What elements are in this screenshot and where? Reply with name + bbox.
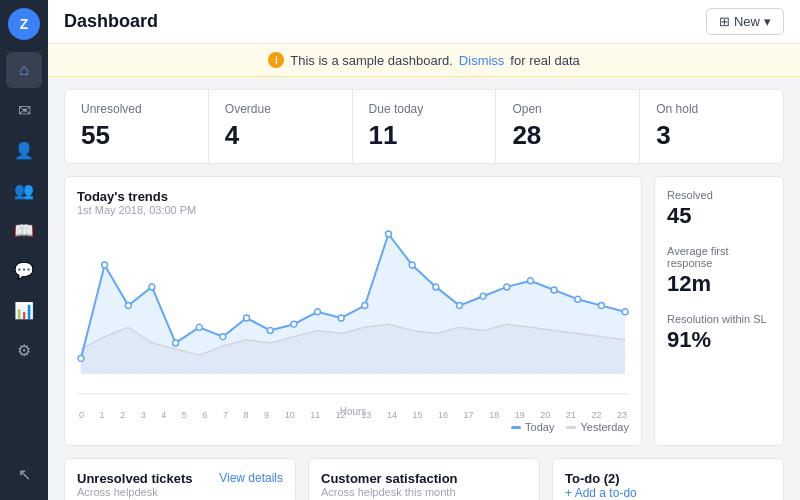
main-content: Dashboard ⊞ New ▾ i This is a sample das… bbox=[48, 0, 800, 500]
stats-row: Unresolved 55 Overdue 4 Due today 11 Ope… bbox=[64, 89, 784, 164]
side-stat-avg-response-value: 12m bbox=[667, 271, 771, 297]
sidebar-item-home[interactable]: ⌂ bbox=[6, 52, 42, 88]
sidebar-item-settings[interactable]: ⚙ bbox=[6, 332, 42, 368]
chart-point-today bbox=[362, 303, 368, 309]
stat-overdue-value: 4 bbox=[225, 120, 336, 151]
sidebar-item-reports[interactable]: 📊 bbox=[6, 292, 42, 328]
sidebar-item-cursor[interactable]: ↖ bbox=[6, 456, 42, 492]
chart-point-today bbox=[575, 296, 581, 302]
chart-point-today bbox=[457, 303, 463, 309]
chart-container: 01234567891011121314151617181920212223 bbox=[77, 224, 629, 404]
stat-due-today-value: 11 bbox=[369, 120, 480, 151]
side-stat-resolved-label: Resolved bbox=[667, 189, 771, 201]
sidebar-item-tickets[interactable]: ✉ bbox=[6, 92, 42, 128]
x-axis-numbers: 01234567891011121314151617181920212223 bbox=[77, 410, 629, 420]
side-stat-avg-response: Average first response 12m bbox=[667, 245, 771, 297]
side-stat-resolved-value: 45 bbox=[667, 203, 771, 229]
stat-on-hold: On hold 3 bbox=[640, 90, 783, 163]
chart-point-today bbox=[338, 315, 344, 321]
cursor-icon: ↖ bbox=[18, 465, 31, 484]
side-stat-resolution-sl: Resolution within SL 91% bbox=[667, 313, 771, 353]
chart-legend: Today Yesterday bbox=[77, 421, 629, 433]
sidebar-item-book[interactable]: 📖 bbox=[6, 212, 42, 248]
side-stat-resolution-sl-value: 91% bbox=[667, 327, 771, 353]
todo-title: To-do (2) bbox=[565, 471, 771, 486]
new-button-icon: ⊞ bbox=[719, 14, 730, 29]
unresolved-tickets-title: Unresolved tickets bbox=[77, 471, 193, 486]
report-icon: 📊 bbox=[14, 301, 34, 320]
legend-today-dot bbox=[511, 426, 521, 429]
chart-section: Today's trends 1st May 2018, 03:00 PM bbox=[64, 176, 784, 446]
chart-point-today bbox=[78, 355, 84, 361]
chevron-down-icon: ▾ bbox=[764, 14, 771, 29]
new-button-label: New bbox=[734, 14, 760, 29]
side-stat-resolved: Resolved 45 bbox=[667, 189, 771, 229]
stat-open: Open 28 bbox=[496, 90, 640, 163]
chart-point-today bbox=[433, 284, 439, 290]
side-stat-avg-response-label: Average first response bbox=[667, 245, 771, 269]
legend-yesterday-dot bbox=[566, 426, 576, 429]
unresolved-tickets-card: Unresolved tickets Across helpdesk View … bbox=[64, 458, 296, 500]
chart-point-today bbox=[598, 303, 604, 309]
chart-sidebar-stats: Resolved 45 Average first response 12m R… bbox=[654, 176, 784, 446]
chart-subtitle: 1st May 2018, 03:00 PM bbox=[77, 204, 629, 216]
chart-point-today bbox=[409, 262, 415, 268]
chart-point-today bbox=[622, 309, 628, 315]
stat-open-value: 28 bbox=[512, 120, 623, 151]
chart-point-today bbox=[504, 284, 510, 290]
cs-title: Customer satisfaction bbox=[321, 471, 527, 486]
chart-point-today bbox=[244, 315, 250, 321]
chat-icon: 💬 bbox=[14, 261, 34, 280]
stat-on-hold-value: 3 bbox=[656, 120, 767, 151]
chart-point-today bbox=[527, 278, 533, 284]
stat-open-label: Open bbox=[512, 102, 623, 116]
chart-point-today bbox=[480, 293, 486, 299]
settings-icon: ⚙ bbox=[17, 341, 31, 360]
ticket-icon: ✉ bbox=[18, 101, 31, 120]
stat-overdue-label: Overdue bbox=[225, 102, 336, 116]
legend-today-label: Today bbox=[525, 421, 554, 433]
new-button[interactable]: ⊞ New ▾ bbox=[706, 8, 784, 35]
unresolved-tickets-subtitle: Across helpdesk bbox=[77, 486, 193, 498]
bottom-row: Unresolved tickets Across helpdesk View … bbox=[64, 458, 784, 500]
sidebar-item-groups[interactable]: 👥 bbox=[6, 172, 42, 208]
sidebar-logo[interactable]: Z bbox=[8, 8, 40, 40]
stat-due-today: Due today 11 bbox=[353, 90, 497, 163]
stat-unresolved-value: 55 bbox=[81, 120, 192, 151]
view-details-link[interactable]: View details bbox=[219, 471, 283, 485]
chart-point-today bbox=[267, 327, 273, 333]
chart-title: Today's trends bbox=[77, 189, 629, 204]
sidebar-item-chat[interactable]: 💬 bbox=[6, 252, 42, 288]
side-stat-resolution-sl-label: Resolution within SL bbox=[667, 313, 771, 325]
header: Dashboard ⊞ New ▾ bbox=[48, 0, 800, 44]
book-icon: 📖 bbox=[14, 221, 34, 240]
chart-point-today bbox=[125, 303, 131, 309]
todo-card: To-do (2) + Add a to-do ✓ Followup with … bbox=[552, 458, 784, 500]
stat-unresolved: Unresolved 55 bbox=[65, 90, 209, 163]
legend-today: Today bbox=[511, 421, 554, 433]
stat-due-today-label: Due today bbox=[369, 102, 480, 116]
chart-point-today bbox=[386, 231, 392, 237]
chart-point-today bbox=[220, 334, 226, 340]
sidebar-item-person[interactable]: 👤 bbox=[6, 132, 42, 168]
legend-yesterday-label: Yesterday bbox=[580, 421, 629, 433]
chart-point-today bbox=[173, 340, 179, 346]
page-title: Dashboard bbox=[64, 11, 158, 32]
stat-unresolved-label: Unresolved bbox=[81, 102, 192, 116]
chart-point-today bbox=[102, 262, 108, 268]
legend-yesterday: Yesterday bbox=[566, 421, 629, 433]
banner-suffix: for real data bbox=[510, 53, 579, 68]
unresolved-tickets-header: Unresolved tickets Across helpdesk View … bbox=[77, 471, 283, 498]
add-todo-button[interactable]: + Add a to-do bbox=[565, 486, 771, 500]
cs-subtitle: Across helpdesk this month bbox=[321, 486, 527, 498]
chart-point-today bbox=[315, 309, 321, 315]
banner-text: This is a sample dashboard. bbox=[290, 53, 453, 68]
chart-point-today bbox=[149, 284, 155, 290]
chart-point-today bbox=[291, 321, 297, 327]
home-icon: ⌂ bbox=[19, 61, 29, 79]
person-icon: 👤 bbox=[14, 141, 34, 160]
customer-satisfaction-card: Customer satisfaction Across helpdesk th… bbox=[308, 458, 540, 500]
dismiss-link[interactable]: Dismiss bbox=[459, 53, 505, 68]
chart-point-today bbox=[196, 324, 202, 330]
stat-overdue: Overdue 4 bbox=[209, 90, 353, 163]
